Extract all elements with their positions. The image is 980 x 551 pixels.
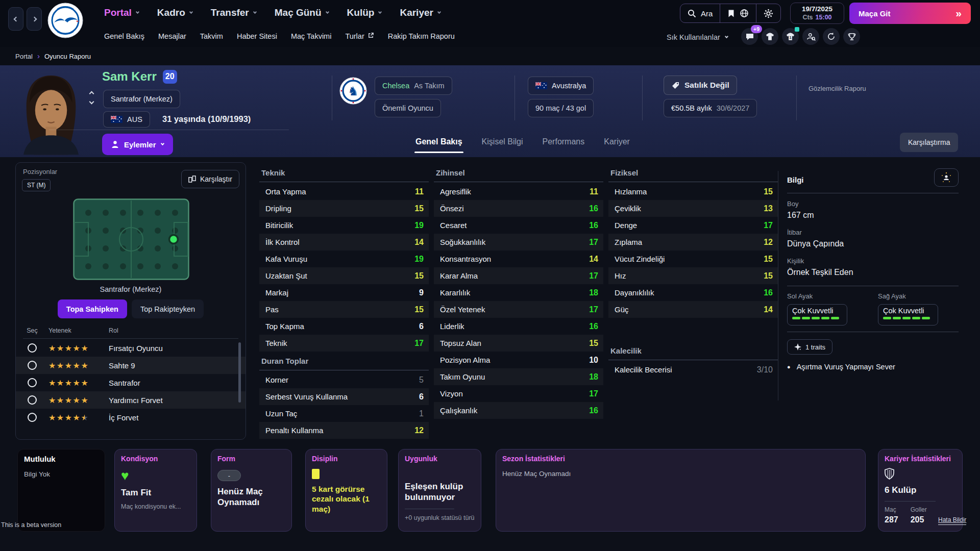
card-discipline[interactable]: Disiplin 5 kart görürse cezalı olacak (1… [305, 449, 387, 532]
card-condition[interactable]: Kondisyon ♥ Tam Fit Maç kondisyonu ek... [114, 449, 197, 532]
person-orbit-icon [940, 172, 952, 183]
foot-sa-ayak: Sağ AyakÇok Kuvvetli [878, 292, 938, 325]
player-position: Santrafor (Merkez) [111, 95, 173, 103]
player-overview-button[interactable] [934, 168, 959, 187]
subnav-label: Rakip Takım Raporu [388, 32, 455, 40]
info-field-i-tibar: İtibarDünya Çapında [787, 229, 959, 248]
star-icon: ★ [48, 379, 57, 387]
go-to-match-button[interactable]: Maça Git » [849, 3, 971, 24]
role-row[interactable]: ★★★★★İç Forvet [16, 409, 246, 426]
attribute-row: Pas15 [259, 301, 429, 318]
toggle-topa-sahipken[interactable]: Topa Sahipken [58, 299, 127, 318]
tab-performans[interactable]: Performans [543, 137, 585, 146]
national-team-pill[interactable]: Avustralya [528, 77, 594, 95]
time-value: 15:00 [816, 14, 832, 21]
tab-genel-bak[interactable]: Genel Bakış [415, 137, 462, 146]
club-info-pill[interactable]: Chelsea As Takım [375, 77, 452, 95]
attribute-value: 5 [419, 375, 424, 385]
report-error-link[interactable]: Hata Bildir [938, 516, 966, 525]
traits-count: 1 traits [805, 343, 825, 351]
subnav-takvim[interactable]: Takvim [200, 32, 223, 40]
subnav-haber-sitesi[interactable]: Haber Sitesi [237, 32, 277, 40]
subnav-genel-bak[interactable]: Genel Bakış [104, 32, 144, 40]
menu-kadro[interactable]: Kadro [157, 7, 192, 18]
role-row[interactable]: ★★★★★Fırsatçı Oyuncu [16, 339, 246, 357]
attribute-row: Penaltı Kullanma12 [259, 422, 429, 439]
subnav-ma-takvimi[interactable]: Maç Takvimi [291, 32, 332, 40]
attribute-value: 9 [419, 288, 424, 297]
shirt-count: 1 [782, 35, 799, 40]
attribute-section-title: Fiziksel [608, 168, 778, 182]
attribute-value: 11 [590, 187, 598, 196]
card-season-stats[interactable]: Sezon İstatistikleri Henüz Maç Oynamadı [496, 449, 866, 532]
comparison-button[interactable]: Karşılaştırma [900, 133, 958, 152]
menu-kul-p[interactable]: Kulüp [347, 7, 382, 18]
menu-label: Maç Günü [275, 7, 322, 18]
transfer-status-pill[interactable]: Satılık Değil [664, 76, 737, 95]
trait-item: ●Aşırtma Vuruş Yapmayı Sever [787, 363, 959, 371]
attribute-name: Soğukkanlılık [440, 238, 485, 246]
squad-alert-button[interactable]: 1 [782, 28, 799, 45]
competitions-button[interactable] [843, 28, 860, 45]
info-fields: Boy167 cmİtibarDünya ÇapındaKişilikÖrnek… [787, 200, 959, 277]
foot-strength-bars [883, 317, 933, 319]
position-badge[interactable]: ST (M) [22, 179, 51, 191]
scouting-button[interactable] [802, 28, 819, 45]
club-status-pill[interactable]: Önemli Oyuncu [375, 99, 441, 117]
player-stepper[interactable] [90, 92, 93, 104]
card-form[interactable]: Form - Henüz Maç Oynamadı [211, 449, 292, 532]
role-row[interactable]: ★★★★★Santrafor [16, 374, 246, 391]
foot-bar [821, 317, 829, 319]
role-radio[interactable] [28, 395, 37, 405]
menu-ma-g-n[interactable]: Maç Günü [275, 7, 329, 18]
bookmark-globe-group[interactable] [720, 4, 756, 22]
breadcrumb-portal[interactable]: Portal [15, 53, 33, 60]
menu-transfer[interactable]: Transfer [211, 7, 256, 18]
contract-pill[interactable]: €50.5B aylık 30/6/2027 [664, 99, 757, 117]
favorites-dropdown[interactable]: Sık Kullanılanlar [667, 29, 728, 46]
role-radio[interactable] [28, 378, 37, 387]
info-label: Kişilik [787, 257, 959, 265]
caps-goals: 90 maç / 43 gol [535, 104, 586, 112]
attribute-name: Takım Oyunu [440, 372, 485, 381]
subnav-turlar[interactable]: Turlar [345, 32, 374, 40]
role-row[interactable]: ★★★★★Sahte 9 [16, 357, 246, 374]
subnav-mesajlar[interactable]: Mesajlar [158, 32, 186, 40]
card-happiness[interactable]: Mutluluk Bilgi Yok [17, 449, 105, 532]
attribute-row: Uzaktan Şut15 [259, 267, 429, 284]
subnav-rakip-tak-m-raporu[interactable]: Rakip Takım Raporu [388, 32, 455, 40]
settings-button[interactable] [756, 4, 780, 22]
nationality-pill[interactable]: AUS [103, 111, 150, 128]
club-logo-brighton[interactable] [47, 2, 84, 39]
menu-portal[interactable]: Portal [104, 7, 139, 18]
search-button[interactable]: Ara [680, 4, 720, 22]
tab-kariyer[interactable]: Kariyer [604, 137, 630, 146]
scrollbar-thumb[interactable] [238, 342, 241, 403]
card-eligibility[interactable]: Uygunluk Eşleşen kulüp bulunmuyor +0 uyg… [398, 449, 481, 532]
sync-button[interactable] [823, 28, 840, 45]
star-icon: ★ [48, 413, 57, 422]
role-radio[interactable] [28, 413, 37, 422]
toggle-top-rakipteyken[interactable]: Top Rakipteyken [132, 299, 204, 318]
game-date[interactable]: 19/7/2025 Cts15:00 [790, 3, 844, 24]
forward-button[interactable] [27, 7, 42, 31]
attribute-value: 11 [415, 187, 424, 196]
stat-goals: Goller 205 [911, 506, 927, 524]
bookmark-icon [727, 9, 735, 18]
role-radio[interactable] [28, 361, 37, 370]
traits-button[interactable]: 1 traits [787, 339, 832, 355]
role-radio[interactable] [28, 343, 37, 353]
role-row[interactable]: ★★★★★Yardımcı Forvet [16, 391, 246, 409]
menu-kariyer[interactable]: Kariyer [400, 7, 440, 18]
attribute-column-3: FizikselHızlanma15Çeviklik13Denge17Zıpla… [608, 168, 778, 444]
club-logo-chelsea[interactable]: ♞ [339, 77, 368, 107]
player-position-pill[interactable]: Santrafor (Merkez) [103, 90, 180, 108]
role-name: Fırsatçı Oyuncu [109, 344, 163, 353]
messages-button[interactable]: +9 [741, 28, 758, 45]
back-button[interactable] [8, 7, 23, 31]
squad-shirt-button[interactable] [762, 28, 778, 45]
actions-button[interactable]: Eylemler [102, 134, 173, 155]
tab-ki-isel-bilgi[interactable]: Kişisel Bilgi [482, 137, 523, 146]
compare-button[interactable]: Karşılaştır [181, 170, 239, 188]
international-record-pill[interactable]: 90 maç / 43 gol [528, 99, 594, 117]
